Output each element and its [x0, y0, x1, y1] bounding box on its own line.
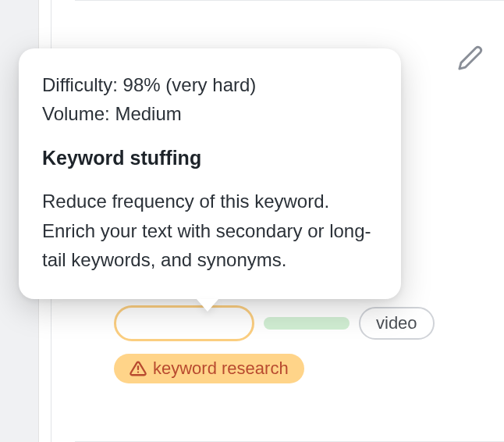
tags-row-1: video — [114, 305, 435, 341]
warning-icon — [130, 360, 147, 377]
tag-placeholder — [114, 305, 254, 341]
edit-icon[interactable] — [457, 45, 484, 71]
tooltip-heading: Keyword stuffing — [42, 147, 378, 169]
tooltip-description: Reduce frequency of this keyword. Enrich… — [42, 187, 378, 274]
keyword-tooltip: Difficulty: 98% (very hard) Volume: Medi… — [19, 48, 401, 299]
tag-label: video — [376, 315, 417, 332]
tag-keyword-research[interactable]: keyword research — [114, 354, 304, 383]
tooltip-meta: Difficulty: 98% (very hard) Volume: Medi… — [42, 70, 378, 128]
difficulty-line: Difficulty: 98% (very hard) — [42, 70, 378, 99]
tag-video[interactable]: video — [359, 307, 435, 340]
volume-line: Volume: Medium — [42, 99, 378, 128]
tag-label: keyword research — [153, 360, 289, 377]
tag-green-hidden[interactable] — [264, 317, 350, 330]
tags-row-2: keyword research — [114, 354, 304, 383]
